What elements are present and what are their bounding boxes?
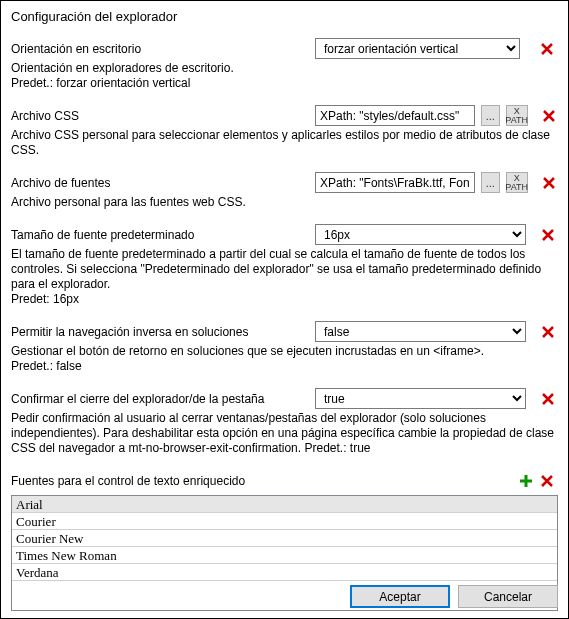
fontsize-label: Tamaño de fuente predeterminado bbox=[11, 228, 309, 242]
orientation-label: Orientación en escritorio bbox=[11, 42, 309, 56]
list-item[interactable]: Verdana bbox=[12, 564, 557, 581]
richfonts-add-button[interactable] bbox=[516, 471, 536, 491]
backnav-select[interactable]: false bbox=[315, 321, 526, 342]
orientation-select[interactable]: forzar orientación vertical bbox=[315, 38, 520, 59]
orientation-reset-button[interactable] bbox=[536, 38, 558, 59]
fontfile-browse-button[interactable]: ... bbox=[481, 172, 500, 193]
cssfile-xpath-button[interactable]: XPATH bbox=[506, 105, 528, 126]
cancel-button[interactable]: Cancelar bbox=[458, 585, 558, 608]
cssfile-input[interactable] bbox=[315, 105, 475, 126]
backnav-reset-button[interactable] bbox=[538, 321, 558, 342]
cssfile-desc: Archivo CSS personal para seleccionar el… bbox=[11, 128, 558, 158]
fontsize-reset-button[interactable] bbox=[538, 224, 558, 245]
cssfile-label: Archivo CSS bbox=[11, 109, 309, 123]
confirmclose-desc: Pedir confirmación al usuario al cerrar … bbox=[11, 411, 558, 456]
list-item[interactable]: Courier New bbox=[12, 530, 557, 547]
cssfile-reset-button[interactable] bbox=[540, 105, 558, 126]
fontfile-xpath-button[interactable]: XPATH bbox=[506, 172, 528, 193]
ok-button[interactable]: Aceptar bbox=[350, 585, 450, 608]
list-item[interactable]: Courier bbox=[12, 513, 557, 530]
confirmclose-label: Confirmar el cierre del explorador/de la… bbox=[11, 392, 309, 406]
richfonts-remove-button[interactable] bbox=[536, 470, 558, 491]
confirmclose-reset-button[interactable] bbox=[538, 388, 558, 409]
dialog-title: Configuración del explorador bbox=[11, 9, 558, 24]
richfonts-label: Fuentes para el control de texto enrique… bbox=[11, 474, 245, 488]
fontfile-label: Archivo de fuentes bbox=[11, 176, 309, 190]
backnav-label: Permitir la navegación inversa en soluci… bbox=[11, 325, 309, 339]
list-item[interactable]: Arial bbox=[12, 496, 557, 513]
fontsize-select[interactable]: 16px bbox=[315, 224, 526, 245]
confirmclose-select[interactable]: true bbox=[315, 388, 526, 409]
fontfile-input[interactable] bbox=[315, 172, 475, 193]
orientation-desc: Orientación en exploradores de escritori… bbox=[11, 61, 558, 91]
fontsize-desc: El tamaño de fuente predeterminado a par… bbox=[11, 247, 558, 307]
fontfile-desc: Archivo personal para las fuentes web CS… bbox=[11, 195, 558, 210]
fontfile-reset-button[interactable] bbox=[540, 172, 558, 193]
cssfile-browse-button[interactable]: ... bbox=[481, 105, 500, 126]
backnav-desc: Gestionar el botón de retorno en solucio… bbox=[11, 344, 558, 374]
list-item[interactable]: Times New Roman bbox=[12, 547, 557, 564]
